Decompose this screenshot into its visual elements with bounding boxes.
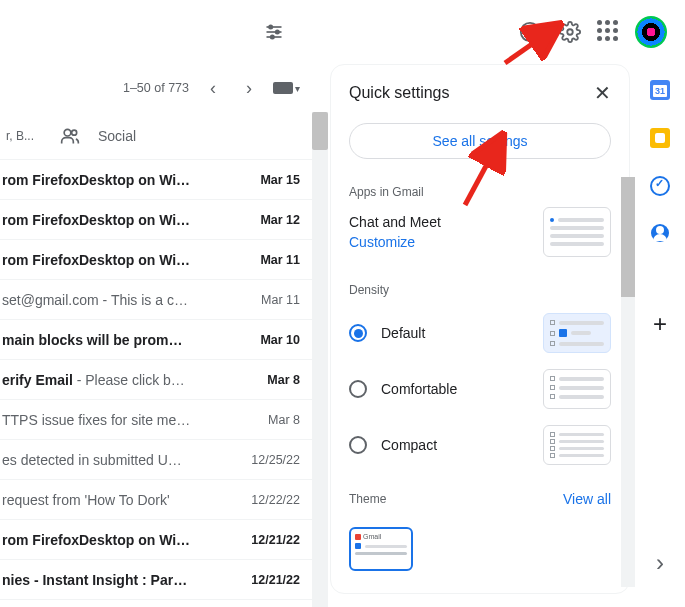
apps-chat-meet-label: Chat and Meet	[349, 214, 441, 230]
mail-row[interactable]: request from 'How To Dork'12/22/22	[0, 480, 320, 520]
apps-section-title: Apps in Gmail	[349, 185, 611, 199]
apps-customize-link[interactable]: Customize	[349, 234, 441, 250]
mail-row[interactable]: nies - Instant Insight : Par…12/21/22	[0, 560, 320, 600]
help-icon[interactable]	[517, 19, 543, 45]
density-preview-compact	[543, 425, 611, 465]
svg-point-5	[271, 35, 274, 38]
mail-row[interactable]: rom FirefoxDesktop on Wi…Mar 15	[0, 160, 320, 200]
add-ons-plus-icon[interactable]: +	[653, 310, 667, 338]
google-apps-icon[interactable]	[597, 20, 621, 44]
pager-next-icon[interactable]: ›	[237, 78, 261, 99]
tasks-icon[interactable]	[650, 176, 670, 196]
density-preview-comfortable	[543, 369, 611, 409]
mail-row[interactable]: erify Email - Please click b…Mar 8	[0, 360, 320, 400]
density-section-title: Density	[349, 283, 611, 297]
mail-row[interactable]: rom FirefoxDesktop on Wi…Mar 11	[0, 240, 320, 280]
theme-thumbnail-default[interactable]: Gmail	[349, 527, 413, 571]
collapse-panel-icon[interactable]: ›	[656, 549, 664, 577]
mail-row[interactable]: rom FirefoxDesktop on Wi…12/21/22	[0, 520, 320, 560]
close-icon[interactable]: ✕	[594, 81, 611, 105]
social-icon	[60, 126, 80, 146]
radio-icon	[349, 380, 367, 398]
mail-row[interactable]: es detected in submitted U…12/25/22	[0, 440, 320, 480]
svg-point-8	[567, 29, 573, 35]
pager: 1–50 of 773 ‹ › ▾	[0, 64, 320, 112]
svg-point-10	[72, 130, 77, 135]
chevron-down-icon: ▾	[295, 83, 300, 94]
scrollbar[interactable]	[621, 177, 635, 587]
scrollbar[interactable]	[312, 112, 328, 607]
settings-gear-icon[interactable]	[557, 19, 583, 45]
density-option-comfortable[interactable]: Comfortable	[349, 369, 611, 409]
keyboard-icon	[273, 82, 293, 94]
density-option-compact[interactable]: Compact	[349, 425, 611, 465]
see-all-settings-button[interactable]: See all settings	[349, 123, 611, 159]
contacts-icon[interactable]	[651, 224, 669, 242]
density-option-default[interactable]: Default	[349, 313, 611, 353]
email-list-pane: 1–50 of 773 ‹ › ▾ r, B... Social rom Fir…	[0, 64, 320, 607]
svg-point-9	[64, 129, 71, 136]
pager-prev-icon[interactable]: ‹	[201, 78, 225, 99]
theme-section-title: Theme	[349, 492, 386, 506]
calendar-icon[interactable]	[650, 80, 670, 100]
radio-icon	[349, 436, 367, 454]
pager-range: 1–50 of 773	[123, 81, 189, 95]
svg-point-1	[269, 25, 272, 28]
tab-primary-caption: r, B...	[0, 129, 34, 143]
tab-social-label[interactable]: Social	[98, 128, 136, 144]
theme-view-all-link[interactable]: View all	[563, 491, 611, 507]
keep-icon[interactable]	[650, 128, 670, 148]
svg-point-3	[276, 30, 279, 33]
quick-settings-title: Quick settings	[349, 84, 449, 102]
mail-list: rom FirefoxDesktop on Wi…Mar 15 rom Fire…	[0, 160, 320, 600]
account-avatar[interactable]	[635, 16, 667, 48]
density-preview-default	[543, 313, 611, 353]
search-filter-button[interactable]	[258, 16, 290, 48]
mail-row[interactable]: main blocks will be prom…Mar 10	[0, 320, 320, 360]
mail-row[interactable]: rom FirefoxDesktop on Wi…Mar 12	[0, 200, 320, 240]
apps-preview-thumbnail[interactable]	[543, 207, 611, 257]
mail-row[interactable]: TTPS issue fixes for site me…Mar 8	[0, 400, 320, 440]
side-panel-rail: + ›	[635, 64, 685, 607]
quick-settings-panel: Quick settings ✕ See all settings Apps i…	[330, 64, 630, 594]
mail-row[interactable]: set@gmail.com - This is a c…Mar 11	[0, 280, 320, 320]
svg-point-7	[529, 35, 530, 36]
input-tools-toggle[interactable]: ▾	[273, 82, 300, 94]
radio-checked-icon	[349, 324, 367, 342]
category-tabs: r, B... Social	[0, 112, 320, 160]
